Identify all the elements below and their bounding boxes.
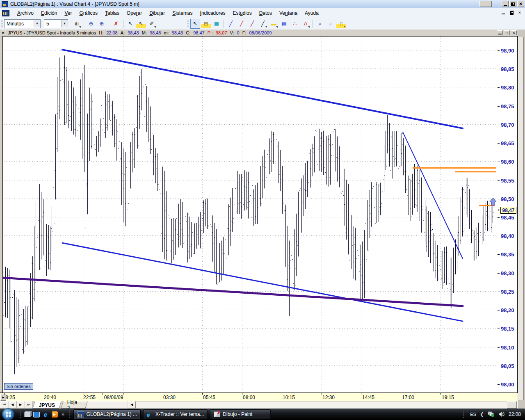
internet-explorer-icon[interactable]: e [42, 411, 49, 418]
pointer-note-icon[interactable]: ↖ [136, 19, 146, 29]
period-value-combo[interactable]: 5 ▼ [44, 19, 68, 28]
close-button[interactable]: ✕ [517, 1, 524, 7]
shade-region-icon[interactable]: ▦ [212, 19, 221, 29]
start-button[interactable] [2, 408, 14, 420]
mdi-minimize-button[interactable] [500, 10, 506, 15]
zoom-in-icon[interactable]: ⊕ [97, 19, 107, 29]
menu-item-gráficos[interactable]: Gráficos [75, 9, 101, 17]
toolbar-grip[interactable] [187, 20, 189, 28]
hscroll-shaft[interactable] [136, 401, 507, 409]
media-player-icon[interactable]: ▶ [51, 411, 58, 418]
network-icon[interactable] [488, 411, 495, 417]
line-redblue-icon[interactable]: ╱ [247, 19, 257, 29]
price-tick-label: 98,75 [501, 103, 514, 110]
points-icon[interactable]: ∴ [290, 19, 300, 29]
chart-minimize-button[interactable] [497, 30, 503, 35]
title-extra-button[interactable] [479, 1, 492, 7]
time-tick-label: 8:25 [5, 395, 15, 400]
vertical-scrollbar[interactable] [518, 30, 525, 409]
taskbar-button-visual-chart[interactable]: GLOBAL2(Página 1) ... [73, 409, 141, 419]
vertical-scrollbar-thumb[interactable] [518, 37, 524, 400]
chart-header-field: P : [208, 30, 213, 35]
menu-item-ver[interactable]: Ver [61, 9, 75, 17]
price-tick-label: 98,05 [501, 363, 514, 369]
chart-maximize-button[interactable]: □ [504, 30, 510, 35]
time-tick [322, 393, 322, 395]
line-red-icon[interactable]: ╱ [237, 19, 247, 29]
zoom-region-off-icon[interactable]: ⌕ [326, 19, 336, 29]
hscroll-left-button[interactable]: ◀ [128, 401, 136, 408]
menu-item-operar[interactable]: Operar [123, 9, 146, 17]
sheet-tab-label: JPYUS [39, 402, 55, 408]
sheet-nav-button-1[interactable]: ◀ [9, 401, 16, 408]
select-arrow-icon[interactable]: ↖ [190, 19, 200, 29]
chart-plot-area[interactable]: Sin órdenes [2, 36, 498, 393]
chart-header-field: m: [164, 30, 169, 35]
tray-expand-icon[interactable]: ❮ [480, 411, 484, 417]
taskbar-clock[interactable]: 22:08 [509, 411, 521, 417]
chevron-down-icon[interactable]: ▼ [61, 20, 68, 27]
sheet-nav-button-0[interactable]: ⏮ [0, 401, 8, 408]
menu-item-sistemas[interactable]: Sistemas [169, 9, 196, 17]
rectangle-icon[interactable]: ▬ [269, 19, 278, 29]
chart-window-icon[interactable] [2, 10, 9, 16]
sheet-tab-jpyus[interactable]: JPYUS [32, 401, 62, 409]
menu-item-ayuda[interactable]: Ayuda [301, 9, 322, 17]
upper-channel-line [62, 50, 463, 128]
sheet-nav-button-2[interactable]: ▶ [17, 401, 25, 408]
price-tick [498, 273, 500, 274]
window-switcher-icon[interactable] [24, 411, 31, 418]
minimize-button[interactable] [502, 1, 509, 7]
text-label-icon[interactable]: A [301, 19, 310, 29]
sheet-nav-button-3[interactable]: ⏭ [25, 401, 32, 408]
zoom-region-icon[interactable]: ⌕ [315, 19, 325, 29]
time-tick [401, 393, 401, 395]
title-bar[interactable]: GLOBAL2(Página 1) : Visual Chart 4 - [JP… [0, 0, 525, 9]
hscroll-thumb[interactable] [507, 401, 517, 409]
sheet-tab-hoja-2[interactable]: Hoja 2 [61, 401, 88, 409]
highlighter-icon[interactable]: ✐ [147, 19, 157, 29]
price-tick [498, 199, 500, 199]
chart-header-field: 98,47 [193, 30, 205, 35]
time-tick-label: 22:55 [83, 395, 96, 400]
measure-icon[interactable]: ⊟ [201, 19, 211, 29]
taskbar-button-ie[interactable]: eX-Trader :: Ver tema... [143, 409, 208, 419]
ie-icon: e [147, 412, 153, 417]
speaker-icon[interactable] [498, 411, 505, 417]
orders-status-badge[interactable]: Sin órdenes [4, 383, 33, 390]
zoom-out-icon[interactable]: ⊖ [86, 19, 96, 29]
toolbar-grip[interactable] [1, 20, 3, 28]
period-type-combo[interactable]: Minutos ▼ [4, 19, 41, 28]
toolbar-separator [123, 20, 123, 28]
taskbar-button-paint[interactable]: Dibujo - Paint [210, 409, 271, 419]
price-axis[interactable]: 98,9098,8598,8098,7598,7098,6598,6098,55… [498, 36, 518, 393]
menu-item-datos[interactable]: Datos [256, 9, 276, 17]
menu-item-ventana[interactable]: Ventana [276, 9, 301, 17]
menu-item-archivo[interactable]: Archivo [14, 9, 37, 17]
chevron-down-icon[interactable]: ▼ [34, 20, 40, 27]
language-indicator[interactable]: ES [470, 412, 476, 417]
pointer-icon[interactable]: ↖ [126, 19, 135, 29]
menu-item-edición[interactable]: Edición [37, 9, 61, 17]
line-blue-icon[interactable]: ╱ [226, 19, 236, 29]
price-tick-label: 98,20 [501, 307, 514, 313]
menu-item-tablas[interactable]: Tablas [101, 9, 123, 17]
restore-button[interactable] [509, 1, 516, 7]
delete-bars-icon[interactable]: ✗ [111, 19, 121, 29]
mdi-restore-button[interactable] [509, 10, 514, 15]
line-black-icon[interactable]: ╱ [258, 19, 268, 29]
bar-style-icon[interactable]: ılı [72, 19, 82, 29]
expander-icon[interactable]: ▶ [1, 30, 6, 36]
quick-launch-overflow[interactable]: » [62, 411, 64, 417]
menu-item-indicadores[interactable]: Indicadores [196, 9, 229, 17]
price-tick-label: 98,55 [501, 178, 514, 184]
chart-close-button[interactable]: ✕ [511, 30, 517, 35]
menu-item-dibujar[interactable]: Dibujar [146, 9, 169, 17]
price-tick-label: 98,70 [501, 122, 514, 128]
text-block-icon[interactable]: ▤ [279, 19, 289, 29]
show-desktop-icon[interactable] [33, 411, 40, 418]
menu-item-estudios[interactable]: Estudios [229, 9, 256, 17]
price-tick [498, 292, 500, 292]
vertical-ruler-icon[interactable]: ▯ [336, 19, 346, 29]
mdi-close-button[interactable]: ✕ [517, 10, 523, 15]
